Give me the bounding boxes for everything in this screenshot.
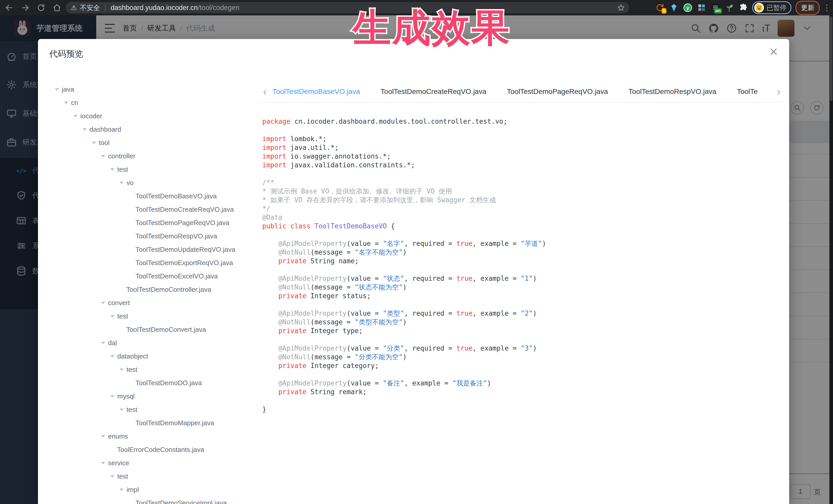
- tree-file[interactable]: ToolTestDemoServiceImpl.java: [38, 496, 227, 504]
- tab-ToolTestDemoBaseVO.java[interactable]: ToolTestDemoBaseVO.java: [271, 81, 370, 102]
- caret-down-icon[interactable]: [101, 342, 105, 344]
- caret-down-icon[interactable]: [92, 142, 96, 144]
- tree-file[interactable]: ToolTestDemoMapper.java: [38, 416, 214, 430]
- puzzle-extensions-icon[interactable]: [738, 3, 748, 13]
- security-label: 不安全: [80, 3, 100, 12]
- caret-down-icon[interactable]: [110, 395, 115, 398]
- tree-folder[interactable]: cn: [38, 96, 78, 109]
- forward-icon[interactable]: [21, 3, 30, 12]
- code-content: package cn.iocoder.dashboard.modules.too…: [262, 117, 546, 414]
- update-button[interactable]: 更新: [795, 1, 820, 15]
- orange-sync-extension-icon[interactable]: 1: [655, 3, 665, 13]
- caret-down-icon[interactable]: [55, 88, 59, 91]
- browser-toolbar: ⚠ 不安全 dashboard.yudao.iocoder.cn /tool/c…: [0, 0, 833, 16]
- tree-folder[interactable]: test: [38, 163, 128, 176]
- url-host: dashboard.yudao.iocoder.cn: [111, 4, 197, 12]
- caret-down-icon[interactable]: [101, 302, 105, 304]
- caret-down-icon[interactable]: [120, 368, 124, 371]
- caret-down-icon[interactable]: [110, 168, 115, 171]
- extension-badge: 1: [662, 8, 666, 14]
- tree-file[interactable]: ToolTestDemoExcelVO.java: [38, 269, 218, 283]
- tree-file[interactable]: ToolTestDemoDO.java: [38, 376, 202, 389]
- dark-list-extension-icon[interactable]: on: [711, 3, 720, 13]
- tree-folder[interactable]: test: [38, 403, 137, 416]
- tree-folder[interactable]: test: [38, 470, 128, 483]
- caret-down-icon[interactable]: [101, 155, 105, 157]
- tab-ToolTestDemoCreateReqVO.java[interactable]: ToolTestDemoCreateReqVO.java: [370, 81, 497, 102]
- caret-down-icon[interactable]: [101, 462, 105, 464]
- blue-grid-extension-icon[interactable]: [697, 3, 707, 13]
- tree-folder[interactable]: test: [38, 310, 128, 323]
- tree-file[interactable]: ToolTestDemoController.java: [38, 283, 211, 296]
- tree-folder[interactable]: java: [38, 82, 74, 96]
- tab-ToolTe[interactable]: ToolTe: [727, 81, 768, 102]
- caret-down-icon[interactable]: [82, 128, 87, 130]
- blue-gem-extension-icon[interactable]: [669, 3, 679, 13]
- url-path: /tool/codegen: [198, 4, 239, 12]
- tree-folder[interactable]: service: [38, 456, 129, 470]
- tree-file[interactable]: ToolErrorCodeConstants.java: [38, 443, 204, 456]
- tree-folder[interactable]: dataobject: [38, 350, 148, 363]
- caret-down-icon[interactable]: [110, 475, 115, 478]
- tree-file[interactable]: ToolTestDemoExportReqVO.java: [38, 256, 233, 269]
- profile-paused-chip[interactable]: 已暂停: [752, 1, 791, 14]
- divider: [105, 4, 105, 11]
- tab-ToolTestDemoRespVO.java[interactable]: ToolTestDemoRespVO.java: [618, 81, 727, 102]
- tree-folder[interactable]: convert: [38, 296, 130, 310]
- caret-down-icon[interactable]: [120, 409, 124, 411]
- home-icon[interactable]: [52, 3, 62, 12]
- tree-folder[interactable]: dal: [38, 336, 117, 350]
- url-bar[interactable]: ⚠ 不安全 dashboard.yudao.iocoder.cn /tool/c…: [66, 2, 629, 13]
- caret-down-icon[interactable]: [64, 102, 68, 104]
- tabs-scroll-right-icon[interactable]: ›: [774, 81, 783, 102]
- caret-down-icon[interactable]: [120, 182, 124, 184]
- tree-folder[interactable]: test: [38, 363, 137, 376]
- tabs-scroll-left-icon[interactable]: ‹: [260, 81, 269, 102]
- browser-menu-icon[interactable]: ⋮: [823, 4, 831, 12]
- code-preview-dialog: 代码预览 × javacniocoderdashboardtoolcontrol…: [38, 39, 789, 504]
- back-icon[interactable]: [5, 3, 14, 12]
- svg-text:y: y: [687, 5, 689, 10]
- bookmark-star-icon[interactable]: [617, 4, 625, 12]
- tree-file[interactable]: ToolTestDemoBaseVO.java: [38, 189, 217, 203]
- tree-file[interactable]: ToolTestDemoCreateReqVO.java: [38, 203, 234, 216]
- tree-folder[interactable]: vo: [38, 176, 134, 189]
- tab-ToolTestDemoPageReqVO.java[interactable]: ToolTestDemoPageReqVO.java: [497, 81, 618, 102]
- green-sprout-extension-icon[interactable]: [724, 3, 734, 13]
- security-warning-icon: ⚠: [71, 4, 77, 11]
- caret-down-icon[interactable]: [110, 315, 115, 317]
- caret-down-icon[interactable]: [110, 355, 115, 358]
- tree-folder[interactable]: enums: [38, 430, 128, 443]
- emoji-avatar: [754, 3, 764, 13]
- scrollbar-thumb[interactable]: [830, 17, 832, 101]
- file-tabs: ‹ ToolTestDemoBaseVO.javaToolTestDemoCre…: [261, 81, 783, 103]
- paused-label: 已暂停: [766, 3, 787, 12]
- tree-folder[interactable]: dashboard: [38, 123, 121, 136]
- extension-badge: on: [714, 8, 722, 14]
- caret-down-icon[interactable]: [73, 115, 77, 117]
- green-y-extension-icon[interactable]: y: [683, 3, 693, 13]
- tree-file[interactable]: ToolTestDemoRespVO.java: [38, 230, 217, 243]
- tree-folder[interactable]: controller: [38, 149, 136, 163]
- tree-file[interactable]: ToolTestDemoPageReqVO.java: [38, 216, 230, 230]
- tree-folder[interactable]: tool: [38, 136, 110, 149]
- file-tree: javacniocoderdashboardtoolcontrollertest…: [38, 39, 259, 504]
- tree-folder[interactable]: impl: [38, 483, 139, 496]
- tree-file[interactable]: ToolTestDemoConvert.java: [38, 323, 206, 336]
- tree-folder[interactable]: iocoder: [38, 109, 102, 123]
- reload-icon[interactable]: [37, 3, 46, 12]
- caret-down-icon[interactable]: [101, 435, 105, 437]
- extensions-row: 1yon 已暂停 更新 ⋮: [655, 0, 831, 16]
- caret-down-icon[interactable]: [120, 488, 124, 491]
- browser-scrollbar[interactable]: [829, 16, 833, 504]
- tree-folder[interactable]: mysql: [38, 389, 135, 403]
- tree-file[interactable]: ToolTestDemoUpdateReqVO.java: [38, 243, 235, 256]
- close-icon[interactable]: ×: [769, 46, 778, 57]
